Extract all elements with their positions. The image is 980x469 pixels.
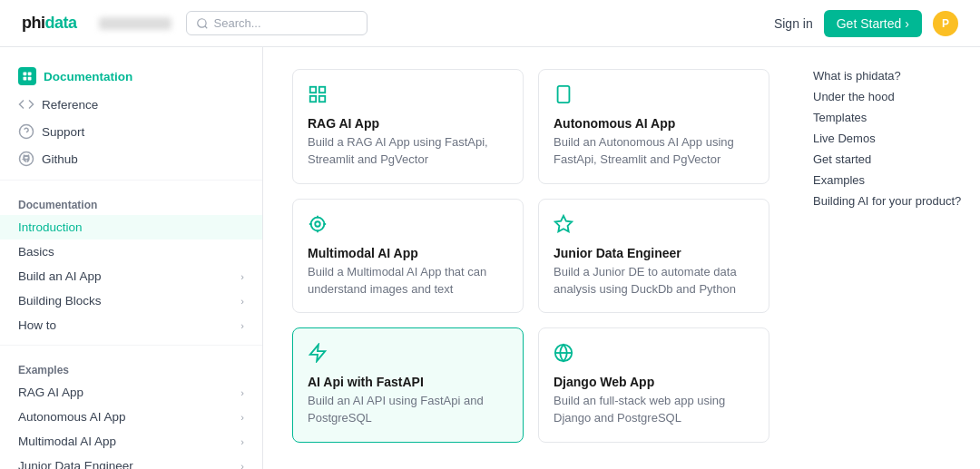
svg-marker-21	[310, 345, 326, 361]
sidebar-label-reference: Reference	[42, 98, 98, 112]
sidebar-item-support[interactable]: Support	[0, 118, 262, 145]
django-card-title: Django Web App	[554, 375, 754, 389]
sidebar-item-introduction[interactable]: Introduction	[0, 215, 262, 239]
sidebar-label-rag: RAG AI App	[18, 386, 83, 399]
cards-grid: RAG AI App Build a RAG AI App using Fast…	[292, 69, 769, 443]
right-nav-what-is-phidata[interactable]: What is phidata?	[813, 65, 965, 86]
sidebar-label-building-blocks: Building Blocks	[18, 294, 102, 308]
django-card-icon	[554, 343, 754, 367]
card-rag-ai-app[interactable]: RAG AI App Build a RAG AI App using Fast…	[292, 69, 524, 184]
svg-point-14	[311, 217, 325, 230]
sidebar-label-support: Support	[42, 125, 84, 139]
sidebar-divider-1	[0, 180, 262, 181]
rag-card-title: RAG AI App	[308, 116, 508, 131]
chevron-icon-3: ›	[240, 320, 244, 331]
rag-card-desc: Build a RAG AI App using FastApi, Stream…	[308, 134, 508, 169]
right-nav-live-demos[interactable]: Live Demos	[813, 128, 965, 149]
sidebar-label-multimodal: Multimodal AI App	[18, 435, 116, 448]
get-started-button[interactable]: Get Started ›	[824, 10, 922, 37]
card-autonomous-ai-app[interactable]: Autonomous AI App Build an Autonomous AI…	[538, 69, 769, 184]
main-content: RAG AI App Build a RAG AI App using Fast…	[263, 47, 799, 469]
sidebar-item-how-to[interactable]: How to ›	[0, 313, 262, 337]
sidebar-item-basics[interactable]: Basics	[0, 239, 262, 264]
chevron-icon-4: ›	[240, 387, 244, 398]
nav-blurred-item	[99, 17, 172, 30]
junior-card-title: Junior Data Engineer	[554, 246, 754, 260]
sidebar-label-build-ai-app: Build an AI App	[18, 269, 102, 283]
sidebar-item-github[interactable]: Github	[0, 145, 262, 172]
sidebar-item-junior-data-engineer[interactable]: Junior Data Engineer ›	[0, 454, 262, 469]
right-nav-get-started[interactable]: Get started	[813, 149, 965, 170]
search-icon	[196, 17, 209, 30]
sign-in-button[interactable]: Sign in	[774, 16, 813, 31]
sidebar-label-how-to: How to	[18, 318, 56, 332]
svg-point-15	[315, 221, 320, 227]
avatar[interactable]: P	[933, 11, 958, 36]
fastapi-card-desc: Build an AI API using FastApi and Postgr…	[308, 393, 508, 427]
docs-section-label: Documentation	[0, 188, 262, 215]
card-ai-api-fastapi[interactable]: AI Api with FastAPI Build an AI API usin…	[292, 327, 524, 443]
junior-card-desc: Build a Junior DE to automate data analy…	[554, 264, 754, 298]
sidebar-item-autonomous-ai-app[interactable]: Autonomous AI App ›	[0, 405, 262, 429]
multimodal-card-icon	[308, 214, 508, 239]
sidebar-item-multimodal-ai-app[interactable]: Multimodal AI App ›	[0, 429, 262, 454]
chevron-icon-7: ›	[240, 461, 244, 470]
chevron-icon-5: ›	[240, 412, 244, 423]
card-multimodal-ai-app[interactable]: Multimodal AI App Build a Multimodal AI …	[292, 199, 524, 314]
top-navigation: phidata Search... Sign in Get Started › …	[0, 0, 980, 47]
search-box[interactable]: Search...	[186, 11, 368, 35]
sidebar-label-autonomous: Autonomous AI App	[18, 410, 126, 424]
search-placeholder: Search...	[214, 16, 261, 30]
autonomous-card-icon	[554, 84, 754, 109]
sidebar-label-github: Github	[42, 152, 78, 166]
svg-rect-2	[24, 73, 27, 76]
autonomous-card-title: Autonomous AI App	[554, 116, 754, 131]
svg-rect-9	[310, 87, 316, 93]
examples-section-label: Examples	[0, 353, 262, 380]
svg-rect-13	[558, 86, 570, 103]
logo: phidata	[22, 14, 77, 33]
svg-rect-3	[28, 73, 32, 76]
chevron-icon-6: ›	[240, 436, 244, 447]
right-nav-building-ai[interactable]: Building AI for your product?	[813, 191, 965, 211]
sidebar-label-junior: Junior Data Engineer	[18, 459, 133, 469]
body-layout: Documentation Reference Support Github D…	[0, 47, 980, 469]
sidebar-item-building-blocks[interactable]: Building Blocks ›	[0, 288, 262, 313]
svg-point-0	[197, 18, 205, 26]
card-junior-data-engineer[interactable]: Junior Data Engineer Build a Junior DE t…	[538, 199, 769, 314]
sidebar-item-documentation[interactable]: Documentation	[0, 62, 262, 91]
fastapi-card-icon	[308, 343, 508, 367]
reference-icon	[18, 96, 34, 112]
svg-rect-5	[28, 77, 32, 81]
sidebar-divider-2	[0, 345, 262, 346]
svg-rect-10	[319, 87, 325, 93]
right-nav-templates[interactable]: Templates	[813, 107, 965, 128]
sidebar-item-reference[interactable]: Reference	[0, 91, 262, 118]
right-navigation: What is phidata? Under the hood Template…	[799, 47, 980, 469]
documentation-icon	[18, 67, 36, 85]
sidebar-label-basics: Basics	[18, 245, 54, 259]
right-nav-examples[interactable]: Examples	[813, 170, 965, 191]
sidebar-label-introduction: Introduction	[18, 220, 83, 234]
svg-rect-11	[319, 96, 325, 102]
svg-line-1	[204, 25, 207, 28]
svg-rect-4	[24, 77, 27, 81]
sidebar-item-build-ai-app[interactable]: Build an AI App ›	[0, 264, 262, 288]
autonomous-card-desc: Build an Autonomous AI App using FastApi…	[554, 134, 754, 169]
sidebar-label-documentation: Documentation	[44, 70, 132, 83]
card-django-web-app[interactable]: Django Web App Build an full-stack web a…	[538, 327, 769, 443]
django-card-desc: Build an full-stack web app using Django…	[554, 393, 754, 427]
rag-card-icon	[308, 84, 508, 109]
multimodal-card-desc: Build a Multimodal AI App that can under…	[308, 264, 508, 298]
sidebar-item-rag-ai-app[interactable]: RAG AI App ›	[0, 380, 262, 405]
chevron-icon-2: ›	[240, 296, 244, 307]
multimodal-card-title: Multimodal AI App	[308, 246, 508, 260]
right-nav-under-the-hood[interactable]: Under the hood	[813, 86, 965, 107]
support-icon	[18, 123, 34, 140]
chevron-icon: ›	[240, 271, 244, 282]
junior-card-icon	[554, 214, 754, 239]
arrow-icon: ›	[905, 16, 909, 31]
topnav-right: Sign in Get Started › P	[774, 10, 958, 37]
fastapi-card-title: AI Api with FastAPI	[308, 375, 508, 389]
github-icon	[18, 151, 34, 167]
